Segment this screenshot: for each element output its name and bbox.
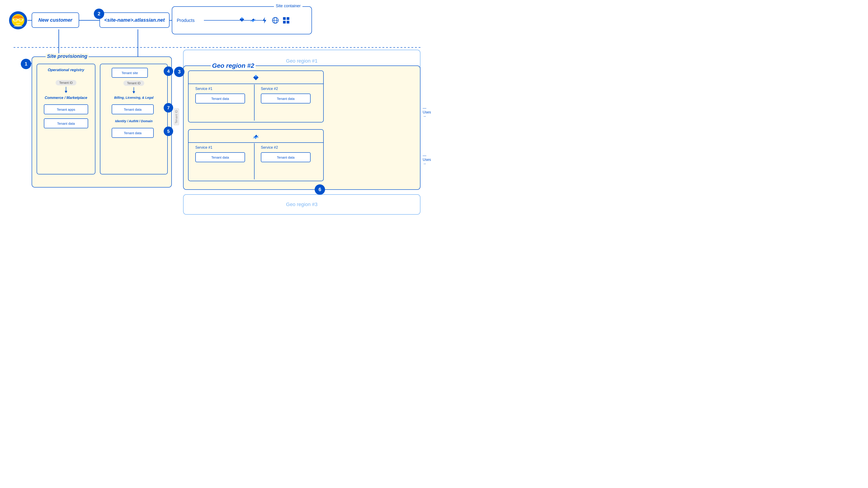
geo-region-3-label: Geo region #3 [286, 201, 317, 207]
svg-rect-32 [283, 21, 286, 24]
badge-1: 1 [21, 59, 31, 69]
jira-tenant-data-2: Tenant data [261, 94, 311, 103]
site-url-label: <site-name>.atlassian.net [104, 17, 165, 23]
compass-icon [271, 16, 279, 24]
tenant-data-box-3: Tenant data [112, 128, 154, 138]
products-label: Products [177, 18, 195, 23]
svg-marker-35 [65, 91, 67, 93]
billing-area: Tenant site 4 Tenant ID Billing, Licensi… [100, 64, 168, 174]
jira-service1-header: Service #1 [195, 87, 213, 91]
confluence-section-icon [251, 132, 260, 141]
tenant-id-pill-2: Tenant ID [123, 80, 144, 86]
uses-label-2: — Uses → [423, 154, 434, 166]
jira-tenant-data-1: Tenant data [195, 94, 245, 103]
conf-tenant-data-1: Tenant data [195, 152, 245, 162]
geo-region-2-title: Geo region #2 [211, 62, 256, 69]
tenant-id-vertical: Tenant ID [174, 108, 179, 125]
jira-service2-header: Service #2 [261, 87, 278, 91]
tenant-data-box-1: Tenant data [44, 119, 88, 128]
uses-label-1: — Uses → [423, 106, 434, 119]
site-provisioning-box: Site provisioning Operational registry T… [32, 57, 172, 188]
site-container-label: Site container [274, 4, 303, 8]
svg-rect-30 [283, 17, 286, 20]
geo-region-1-label: Geo region #1 [286, 58, 317, 64]
tenant-id-pill-1: Tenant ID [56, 80, 76, 86]
customer-avatar [9, 11, 27, 29]
svg-rect-31 [287, 17, 289, 20]
tenant-data-box-2: Tenant data [112, 104, 154, 114]
geo-region-2-box: Geo region #2 Service #1 Service #2 Tena… [183, 66, 421, 190]
badge-2: 2 [94, 8, 104, 19]
arrow-down-2 [131, 87, 136, 94]
geo-region-3-box: Geo region #3 [183, 194, 421, 215]
operational-registry-label: Operational registry [48, 68, 84, 72]
confluence-services-area: Service #1 Service #2 Tenant data Tenant… [188, 129, 324, 181]
badge-5: 5 [164, 127, 173, 136]
arrow-down-1 [64, 87, 68, 94]
avatar-icon [11, 13, 25, 27]
conf-service1-header: Service #1 [195, 145, 213, 150]
badge-4: 4 [164, 66, 173, 76]
diagram-container: New customer 2 <site-name>.atlassian.net… [0, 0, 434, 244]
badge-6-left: 6 [315, 184, 325, 195]
tenant-site-box: Tenant site [112, 68, 148, 78]
svg-rect-33 [287, 21, 289, 24]
operational-registry-area: Operational registry Tenant ID Commerce … [37, 64, 95, 174]
commerce-label: Commerce / Marketplace [45, 96, 88, 100]
grid-icon [282, 16, 290, 24]
tenant-apps-box: Tenant apps [44, 104, 88, 114]
site-container-box: Site container Products [172, 6, 312, 34]
jira-icon [238, 16, 246, 24]
svg-marker-26 [263, 17, 266, 24]
new-customer-box: New customer [32, 12, 79, 28]
confluence-icon [249, 16, 257, 24]
conf-tenant-data-2: Tenant data [261, 152, 311, 162]
site-name-box: <site-name>.atlassian.net [99, 12, 169, 28]
identity-label: Identity / AuthN / Domain [102, 119, 165, 123]
svg-marker-37 [132, 91, 135, 94]
billing-label: Billing, Licensing, & Legal [102, 96, 165, 99]
badge-3: 3 [174, 67, 184, 77]
jira-services-area: Service #1 Service #2 Tenant data Tenant… [188, 70, 324, 123]
site-provisioning-title: Site provisioning [46, 53, 89, 59]
statuspage-icon [260, 16, 269, 24]
new-customer-label: New customer [38, 17, 72, 23]
jira-section-icon [251, 74, 260, 83]
badge-7: 7 [164, 103, 173, 112]
conf-service2-header: Service #2 [261, 145, 278, 150]
